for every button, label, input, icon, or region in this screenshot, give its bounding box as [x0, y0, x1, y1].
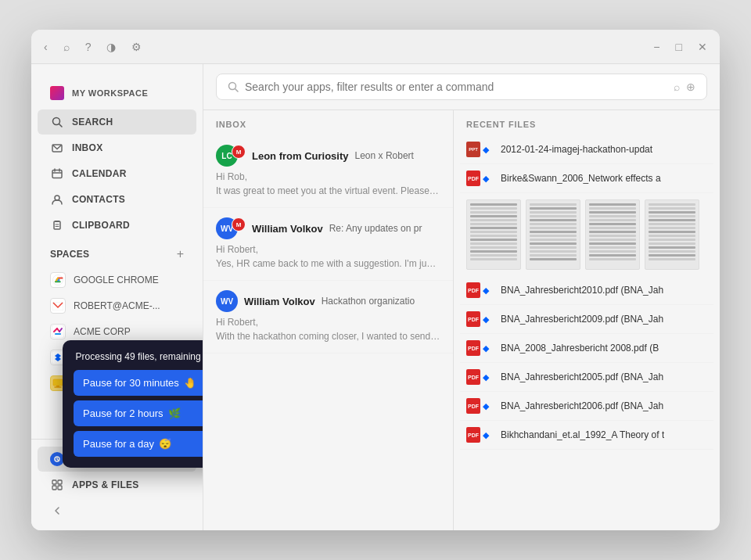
file-8-name: Bikhchandani_et.al_1992_A Theory of t	[501, 429, 664, 440]
avatar-m2: M	[232, 217, 246, 232]
sidebar-item-chrome[interactable]: GOOGLE CHROME	[38, 267, 196, 293]
workspace-label: MY WORKSPACE	[72, 88, 148, 98]
svg-rect-23	[53, 379, 63, 386]
inbox-item-3-header: WV William Volkov Hackathon organizatio	[216, 290, 440, 312]
clipboard-nav-icon	[50, 218, 64, 232]
pause-day-button[interactable]: Pause for a day 😴	[74, 431, 203, 457]
search-filter-icon[interactable]: ⊕	[686, 81, 695, 93]
file-item-1[interactable]: PPT ◆ 2012-01-24-imagej-hackathon-updat	[460, 135, 713, 164]
sidebar-item-contacts[interactable]: CONTACTS	[38, 187, 196, 212]
sidebar-clipboard-label: CLIPBOARD	[72, 220, 130, 231]
inbox-item-2-avatars: WV M	[216, 217, 246, 239]
thumb-4[interactable]	[645, 199, 699, 270]
file-item-4[interactable]: PDF ◆ BNA_Jahresbericht2009.pdf (BNA_Jah	[460, 305, 713, 334]
sidebar-item-workspace[interactable]: MY WORKSPACE	[38, 80, 196, 106]
inbox-item-2[interactable]: WV M William Volkov Re: Any updates on p…	[203, 208, 453, 281]
avatar-m: M	[232, 145, 246, 159]
collapse-icon	[50, 504, 64, 518]
inbox-list: LC M Leon from Curiosity Leon x Robert H…	[203, 135, 453, 530]
sidebar-item-clipboard[interactable]: CLIPBOARD	[38, 213, 196, 238]
two-pane: INBOX LC M Leon from Curiosity Leon x Ro…	[203, 110, 720, 530]
thumb-4-lines	[645, 200, 699, 269]
sidebar-item-calendar[interactable]: CALENDAR	[38, 161, 196, 186]
file-4-name: BNA_Jahresbericht2009.pdf (BNA_Jah	[501, 314, 663, 325]
contacts-nav-icon	[50, 192, 64, 206]
acme1-icon	[50, 324, 66, 339]
close-icon[interactable]: ✕	[698, 41, 707, 53]
file-item-7[interactable]: PDF ◆ BNA_Jahresbericht2006.pdf (BNA_Jah	[460, 392, 713, 421]
sidebar-item-search[interactable]: SEARCH	[38, 109, 196, 135]
files-list: PPT ◆ 2012-01-24-imagej-hackathon-updat …	[454, 135, 720, 530]
svg-rect-31	[52, 486, 56, 490]
thumb-3[interactable]	[585, 199, 640, 270]
sidebar-item-gmail[interactable]: ROBERT@ACME-...	[38, 293, 196, 318]
inbox-item-1-header: LC M Leon from Curiosity Leon x Robert	[216, 145, 440, 167]
sidebar-chrome-label: GOOGLE CHROME	[74, 275, 159, 285]
spaces-add-button[interactable]: +	[177, 247, 184, 261]
pdf-icon-2: PDF	[466, 171, 480, 186]
chrome-icon	[50, 272, 66, 288]
ppt-icon: PPT	[466, 142, 480, 157]
maximize-icon[interactable]: □	[676, 41, 682, 53]
file-item-3[interactable]: PDF ◆ BNA_Jahresbericht2010.pdf (BNA_Jah	[460, 276, 713, 305]
inbox-item-3-avatars: WV	[216, 290, 238, 312]
svg-line-1	[59, 124, 63, 127]
pause-day-label: Pause for a day	[83, 438, 154, 450]
sidebar: MY WORKSPACE SEARCH	[31, 64, 203, 530]
inbox-item-1-subject: Leon x Robert	[355, 150, 440, 161]
pause-30min-emoji: 🤚	[184, 377, 196, 389]
dropbox-icon-1: ◆	[483, 145, 493, 155]
inbox-item-1-preview: Hi Rob, It was great to meet you at the …	[216, 170, 440, 198]
file-2-name: Birke&Swann_2006_Network effects a	[501, 173, 661, 184]
dropbox-icon-7: ◆	[483, 401, 493, 411]
thumb-2[interactable]	[526, 199, 580, 270]
file-item-2[interactable]: PDF ◆ Birke&Swann_2006_Network effects a	[460, 164, 713, 193]
apps-files-icon	[50, 478, 64, 492]
dropbox-icon-2: ◆	[483, 174, 493, 184]
pause-30min-button[interactable]: Pause for 30 minutes 🤚	[74, 370, 203, 396]
inbox-pane: INBOX LC M Leon from Curiosity Leon x Ro…	[203, 110, 454, 530]
inbox-item-3[interactable]: WV William Volkov Hackathon organizatio …	[203, 281, 453, 354]
files-pane: RECENT FILES PPT ◆ 2012-01-24-imagej-hac…	[454, 110, 720, 530]
file-3-icons: PDF ◆	[466, 282, 494, 298]
dropbox-icon-5: ◆	[483, 343, 493, 354]
file-item-5[interactable]: PDF ◆ BNA_2008_Jahresbericht 2008.pdf (B	[460, 334, 713, 363]
back-icon[interactable]: ‹	[44, 41, 48, 53]
search-icons: ⌕ ⊕	[674, 81, 695, 93]
file-7-icons: PDF ◆	[466, 398, 494, 414]
search-input-wrapper[interactable]: ⌕ ⊕	[216, 74, 707, 100]
help-icon[interactable]: ?	[85, 41, 92, 53]
pdf-icon-7: PDF	[466, 398, 480, 414]
calendar-nav-icon	[50, 167, 64, 181]
file-6-name: BNA_Jahresbericht2005.pdf (BNA_Jah	[501, 372, 663, 382]
sidebar-contacts-label: CONTACTS	[72, 194, 125, 205]
pause-2hours-label: Pause for 2 hours	[83, 407, 163, 419]
search-icon[interactable]: ⌕	[63, 41, 70, 53]
inbox-header: INBOX	[203, 110, 453, 135]
file-5-icons: PDF ◆	[466, 340, 494, 356]
thumb-3-lines	[586, 200, 639, 269]
file-5-name: BNA_2008_Jahresbericht 2008.pdf (B	[501, 343, 659, 354]
file-item-6[interactable]: PDF ◆ BNA_Jahresbericht2005.pdf (BNA_Jah	[460, 363, 713, 392]
files-header: RECENT FILES	[454, 110, 720, 135]
pause-2hours-button[interactable]: Pause for 2 hours 🌿	[74, 400, 203, 426]
popup-title: Processing 49 files, remaining 79	[74, 351, 203, 362]
file-item-8[interactable]: PDF ◆ Bikhchandani_et.al_1992_A Theory o…	[460, 421, 713, 450]
gmail-icon	[50, 298, 66, 314]
search-mode-icon[interactable]: ⌕	[674, 81, 680, 93]
minimize-icon[interactable]: −	[653, 41, 659, 53]
apps-files-label: APPS & FILES	[72, 479, 139, 490]
popup-container: Processing 49 files, remaining 79 Pause …	[63, 340, 203, 468]
avatar-wv2: WV	[216, 290, 238, 312]
svg-line-28	[57, 459, 59, 461]
inbox-item-1[interactable]: LC M Leon from Curiosity Leon x Robert H…	[203, 135, 453, 208]
main-window: ‹ ⌕ ? ◑ ⚙ − □ ✕ MY WORKSPACE	[31, 30, 720, 530]
search-input[interactable]	[245, 81, 667, 93]
sidebar-item-inbox[interactable]: INBOX	[38, 135, 196, 160]
sidebar-collapse-item[interactable]	[38, 498, 196, 523]
thumb-1[interactable]	[466, 199, 521, 270]
settings-icon[interactable]: ⚙	[131, 41, 142, 53]
sidebar-item-apps-files[interactable]: APPS & FILES	[38, 472, 196, 497]
toggle-icon[interactable]: ◑	[106, 41, 116, 53]
inbox-item-1-avatars: LC M	[216, 145, 246, 167]
